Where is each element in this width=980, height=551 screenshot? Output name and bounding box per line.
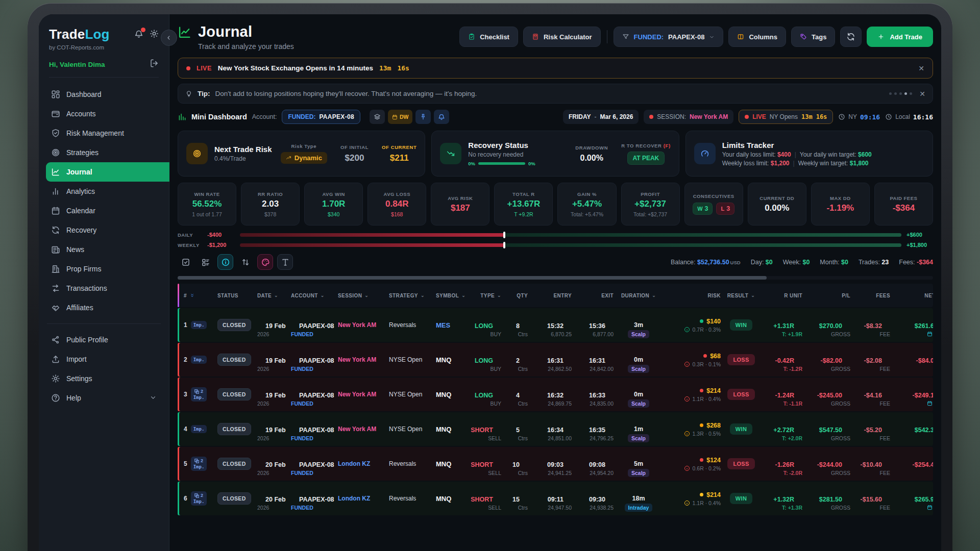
- stat-box: TOTAL R +13.67R T +9.2R: [494, 183, 553, 226]
- funnel-icon: [622, 33, 629, 40]
- info-icon: [221, 258, 230, 267]
- sidebar-item-label: Public Profile: [66, 336, 108, 344]
- checklist-button[interactable]: Checklist: [459, 27, 518, 47]
- session-value: London KZ: [338, 460, 370, 467]
- close-icon[interactable]: ✕: [919, 90, 925, 98]
- table-row[interactable]: 3 2 Imp. CLOSED 19 Feb2026 PAAPEX-08FUND…: [178, 378, 933, 411]
- column-header-qty[interactable]: QTY: [504, 293, 528, 298]
- sidebar-item-transactions[interactable]: Transactions: [46, 279, 162, 298]
- tags-button[interactable]: Tags: [791, 27, 835, 47]
- account-badge[interactable]: FUNDED: PAAPEX-08: [282, 110, 360, 124]
- notifications-bell-icon[interactable]: [134, 29, 143, 40]
- info-icon: [684, 327, 690, 333]
- column-header-account[interactable]: ACCOUNT⌄: [291, 293, 335, 298]
- sidebar-item-help[interactable]: Help: [46, 388, 162, 408]
- chart-line-icon: [51, 167, 60, 177]
- sidebar-item-import[interactable]: Import: [46, 349, 162, 369]
- column-header-duration[interactable]: DURATION⌄: [617, 293, 660, 298]
- sidebar-item-affiliates[interactable]: Affiliates: [46, 298, 162, 317]
- select-checkbox-tool[interactable]: [178, 254, 193, 270]
- table-row[interactable]: 1 Imp. CLOSED 19 Feb2026 PAAPEX-08FUNDED…: [178, 308, 933, 342]
- info-icon: [684, 361, 690, 367]
- stat-box: AVG RISK $187: [431, 183, 489, 226]
- column-header-risk[interactable]: RISK: [664, 293, 721, 298]
- close-icon[interactable]: ✕: [918, 64, 924, 72]
- logout-icon[interactable]: [150, 59, 159, 70]
- column-header-symbol[interactable]: SYMBOL⌄: [436, 293, 465, 298]
- sidebar-item-analytics[interactable]: Analytics: [46, 182, 162, 201]
- column-header-session[interactable]: SESSION⌄: [338, 293, 386, 298]
- user-greeting: Hi, Valentin Dima: [49, 61, 105, 68]
- live-dot: [186, 66, 190, 70]
- swap-arrows-icon: [51, 284, 60, 293]
- calendar-mini-icon: [927, 400, 933, 406]
- theme-toggle-icon[interactable]: [150, 29, 159, 40]
- sidebar-item-journal[interactable]: Journal: [46, 162, 169, 182]
- tip-banner: Tip: Don't add to losing positions hopin…: [178, 84, 933, 104]
- sidebar-item-strategies[interactable]: Strategies: [46, 143, 162, 162]
- sidebar-item-news[interactable]: News: [46, 240, 162, 259]
- table-row[interactable]: 2 Imp. CLOSED 19 Feb2026 PAAPEX-08FUNDED…: [178, 343, 933, 377]
- stat-box: WIN RATE 56.52% 1 out of 1.77: [178, 183, 236, 226]
- sidebar-item-label: Strategies: [66, 148, 99, 157]
- text-size-tool[interactable]: [277, 254, 293, 270]
- checkbox-icon: [181, 258, 190, 267]
- refresh-button[interactable]: [840, 27, 862, 47]
- sidebar-collapse-button[interactable]: [161, 30, 177, 46]
- status-badge: CLOSED: [217, 319, 251, 331]
- column-header-pl[interactable]: P/L: [805, 293, 850, 298]
- symbol-value: MNQ: [436, 391, 451, 398]
- scrollbar-thumb[interactable]: [178, 276, 767, 280]
- column-header-date[interactable]: DATE⌄: [257, 293, 288, 298]
- dw-calendar-chip[interactable]: DW: [388, 110, 413, 124]
- of-initial-value: $200: [345, 153, 364, 163]
- table-row[interactable]: 5 2 Imp. CLOSED 20 Feb2026 PAAPEX-08FUND…: [178, 447, 933, 481]
- countdown-minutes: 13m: [379, 64, 391, 72]
- weekly-limit-bar: WEEKLY -$1,200 +$1,800: [178, 242, 933, 248]
- sort-tool[interactable]: [237, 254, 253, 270]
- sidebar-item-label: Settings: [66, 374, 92, 383]
- pin-chip[interactable]: [415, 110, 431, 124]
- tip-text: Don't add to losing positions hoping the…: [215, 90, 477, 97]
- live-banner: LIVE New York Stock Exchange Opens in 14…: [178, 58, 933, 79]
- sidebar-item-risk-management[interactable]: Risk Management: [46, 123, 162, 143]
- ny-clock: NY 09:16: [838, 113, 880, 121]
- add-trade-button[interactable]: Add Trade: [867, 27, 933, 47]
- alert-bell-chip[interactable]: [434, 110, 449, 124]
- strategy-value: Reversals: [389, 460, 416, 467]
- account-filter-dropdown[interactable]: FUNDED: PAAPEX-08: [614, 27, 724, 47]
- palette-tool[interactable]: [257, 254, 273, 270]
- column-header-strategy[interactable]: STRATEGY⌄: [389, 293, 433, 298]
- chevron-left-icon: [165, 34, 173, 41]
- risk-calculator-button[interactable]: Risk Calculator: [523, 27, 601, 47]
- live-countdown-pill: LIVE NY Opens 13m 16s: [739, 110, 833, 124]
- risk-type-badge[interactable]: Dynamic: [281, 152, 327, 164]
- column-header-result[interactable]: RESULT⌄: [724, 293, 758, 298]
- plus-icon: [877, 33, 885, 40]
- sidebar-item-settings[interactable]: Settings: [46, 369, 162, 388]
- column-header-type[interactable]: TYPE⌄: [469, 293, 501, 298]
- table-row[interactable]: 6 2 Imp. CLOSED 20 Feb2026 PAAPEX-08FUND…: [178, 482, 933, 515]
- layers-chip[interactable]: [370, 110, 385, 124]
- daily-limits-line: Your daily loss limit: $400|Your daily w…: [722, 151, 872, 158]
- sidebar-item-public-profile[interactable]: Public Profile: [46, 330, 162, 349]
- sidebar-item-accounts[interactable]: Accounts: [46, 104, 162, 123]
- layout-list-tool[interactable]: [198, 254, 213, 270]
- sidebar-item-calendar[interactable]: Calendar: [46, 201, 162, 220]
- info-tool[interactable]: [217, 254, 233, 270]
- columns-button[interactable]: Columns: [728, 27, 786, 47]
- column-header-entry[interactable]: ENTRY: [531, 293, 572, 298]
- column-header-exit[interactable]: EXIT: [575, 293, 614, 298]
- column-header-fees[interactable]: FEES: [853, 293, 890, 298]
- logo-tagline: by COT-Reports.com: [49, 44, 159, 51]
- column-header-num[interactable]: #: [178, 293, 214, 298]
- table-row[interactable]: 4 Imp. CLOSED 19 Feb2026 PAAPEX-08FUNDED…: [178, 412, 933, 446]
- sidebar-item-recovery[interactable]: Recovery: [46, 220, 162, 240]
- sidebar-item-dashboard[interactable]: Dashboard: [46, 85, 162, 104]
- column-header-status[interactable]: STATUS: [217, 293, 254, 298]
- tip-pagination-dots[interactable]: [889, 92, 912, 95]
- sidebar-item-prop-firms[interactable]: Prop Firms: [46, 259, 162, 279]
- column-header-net[interactable]: NET P/: [893, 293, 933, 298]
- column-header-runit[interactable]: R UNIT: [762, 293, 802, 298]
- horizontal-scrollbar[interactable]: [178, 276, 933, 280]
